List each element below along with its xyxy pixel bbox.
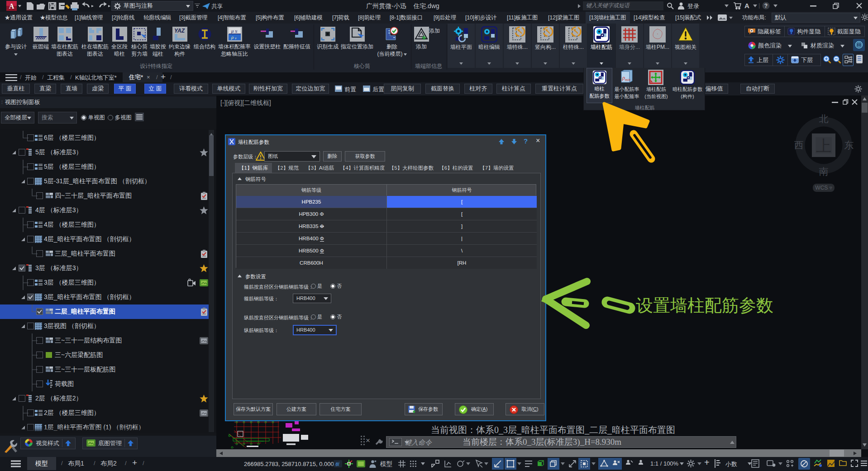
svg-text:北: 北 [819, 114, 829, 124]
svg-text:西: 西 [794, 140, 804, 151]
svg-text:A: A [9, 2, 14, 10]
svg-text:ρ: ρ [231, 34, 234, 40]
svg-text:μ: μ [231, 28, 234, 33]
svg-text:v: v [235, 36, 237, 40]
svg-text:东: 东 [844, 140, 854, 151]
svg-text:上: 上 [816, 138, 831, 154]
svg-text:YAZ: YAZ [174, 28, 185, 34]
svg-text:?: ? [764, 3, 768, 9]
svg-text:min: min [625, 78, 630, 82]
svg-text:南: 南 [819, 166, 829, 177]
svg-text:板: 板 [335, 461, 340, 466]
svg-text:N: N [234, 30, 238, 34]
